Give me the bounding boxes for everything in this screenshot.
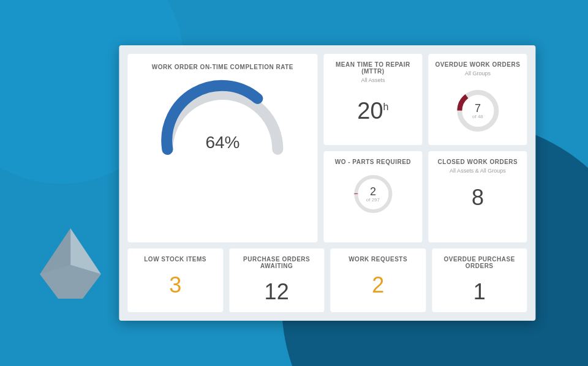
closed-wo-card: CLOSED WORK ORDERS All Assets & All Grou…: [428, 151, 527, 242]
wo-parts-card: WO - PARTS REQUIRED 2 of 297: [323, 151, 422, 242]
wo-parts-center: 2 of 297: [366, 186, 380, 203]
gauge-percentage: 64%: [205, 133, 239, 152]
purchase-orders-card: PURCHASE ORDERS AWAITING 12: [229, 248, 325, 312]
work-requests-card: WORK REQUESTS 2: [330, 248, 426, 312]
wo-parts-donut: 2 of 297: [352, 173, 394, 215]
pyramid-decoration: [34, 225, 107, 305]
mttr-card: MEAN TIME TO REPAIR (MTTR) All Assets 20…: [323, 54, 422, 145]
overdue-purchase-value: 1: [473, 279, 486, 305]
work-requests-value: 2: [372, 272, 384, 298]
overdue-donut: 7 of 48: [453, 86, 502, 135]
completion-rate-title: WORK ORDER ON-TIME COMPLETION RATE: [152, 64, 293, 70]
bottom-row: LOW STOCK ITEMS 3 PURCHASE ORDERS AWAITI…: [127, 248, 527, 312]
overdue-work-orders-card: OVERDUE WORK ORDERS All Groups 7 of 48: [428, 54, 527, 145]
purchase-orders-title: PURCHASE ORDERS AWAITING: [235, 256, 318, 269]
overdue-purchase-title: OVERDUE PURCHASE ORDERS: [438, 256, 521, 269]
gauge-chart: 64%: [155, 79, 290, 159]
wo-parts-title: WO - PARTS REQUIRED: [335, 159, 411, 165]
closed-wo-title: CLOSED WORK ORDERS: [438, 159, 518, 165]
mttr-value: 20h: [357, 98, 388, 124]
dashboard-container: WORK ORDER ON-TIME COMPLETION RATE 64% M…: [119, 45, 535, 321]
low-stock-value: 3: [169, 272, 181, 298]
mttr-title: MEAN TIME TO REPAIR (MTTR): [330, 61, 416, 75]
overdue-wo-title: OVERDUE WORK ORDERS: [435, 61, 520, 68]
overdue-purchase-card: OVERDUE PURCHASE ORDERS 1: [432, 248, 527, 312]
low-stock-title: LOW STOCK ITEMS: [144, 256, 206, 263]
purchase-orders-value: 12: [265, 279, 289, 305]
low-stock-card: LOW STOCK ITEMS 3: [127, 248, 223, 312]
closed-wo-value: 8: [472, 185, 484, 211]
closed-wo-subtitle: All Assets & All Groups: [450, 168, 506, 174]
right-grid: MEAN TIME TO REPAIR (MTTR) All Assets 20…: [323, 54, 527, 242]
work-order-completion-card: WORK ORDER ON-TIME COMPLETION RATE 64%: [127, 54, 317, 242]
mttr-subtitle: All Assets: [361, 77, 385, 83]
overdue-donut-center: 7 of 48: [472, 103, 483, 119]
work-requests-title: WORK REQUESTS: [349, 256, 407, 263]
overdue-wo-subtitle: All Groups: [465, 70, 491, 77]
